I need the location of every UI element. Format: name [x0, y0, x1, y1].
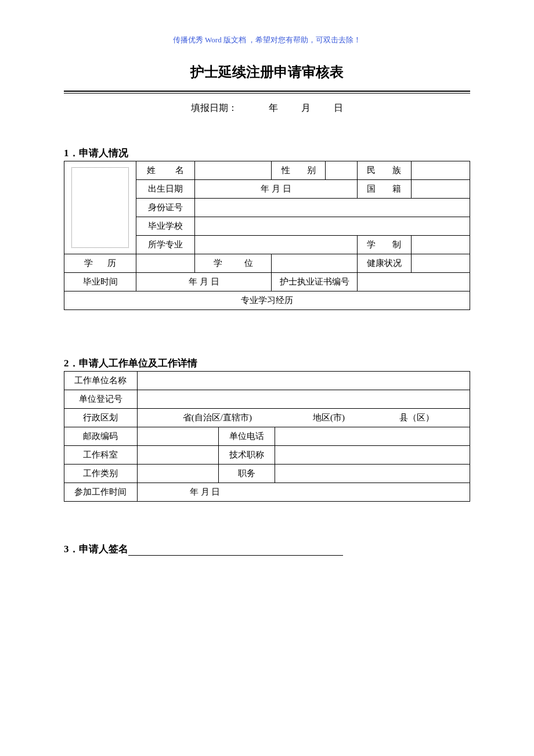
- title-divider: [64, 91, 470, 94]
- page-title: 护士延续注册申请审核表: [64, 63, 470, 81]
- field-education[interactable]: [136, 254, 195, 273]
- label-name: 姓 名: [136, 161, 195, 180]
- label-position: 职务: [218, 465, 275, 483]
- label-birthdate: 出生日期: [136, 180, 195, 199]
- label-degree: 学 位: [195, 254, 272, 273]
- field-study-history[interactable]: 专业学习经历: [64, 291, 470, 310]
- section3: 3．申请人签名: [64, 542, 470, 556]
- day-label: 日: [334, 102, 343, 114]
- label-department: 工作科室: [64, 446, 138, 465]
- section3-heading: 3．申请人签名: [64, 543, 128, 555]
- label-grad-school: 毕业学校: [136, 217, 195, 236]
- field-job-type[interactable]: [137, 465, 218, 483]
- signature-line[interactable]: [128, 555, 343, 556]
- field-major[interactable]: [195, 236, 358, 254]
- photo-cell: [64, 161, 136, 254]
- field-tech-title[interactable]: [275, 446, 470, 465]
- applicant-info-table: 姓 名 性 别 民 族 出生日期 年 月 日 国 籍 身份证号 毕业学校 所学专…: [64, 161, 470, 310]
- label-admin-region: 行政区划: [64, 409, 138, 427]
- label-grad-time: 毕业时间: [64, 273, 136, 291]
- label-study-history: 专业学习经历: [241, 296, 293, 305]
- fill-date-line: 填报日期： 年 月 日: [64, 102, 470, 114]
- label-education: 学 历: [64, 254, 136, 273]
- field-start-work[interactable]: 年 月 日: [137, 483, 470, 502]
- field-org-phone[interactable]: [275, 427, 470, 446]
- label-postcode: 邮政编码: [64, 427, 138, 446]
- field-department[interactable]: [137, 446, 218, 465]
- label-org-reg-no: 单位登记号: [64, 390, 138, 409]
- field-org-name[interactable]: [137, 372, 470, 390]
- label-idno: 身份证号: [136, 199, 195, 217]
- field-health[interactable]: [412, 254, 470, 273]
- field-nationality[interactable]: [412, 180, 470, 199]
- label-tech-title: 技术职称: [218, 446, 275, 465]
- label-org-name: 工作单位名称: [64, 372, 138, 390]
- label-org-phone: 单位电话: [218, 427, 275, 446]
- section2-heading: 2．申请人工作单位及工作详情: [64, 357, 470, 370]
- fill-date-label: 填报日期：: [191, 102, 237, 114]
- section1-heading: 1．申请人情况: [64, 146, 470, 160]
- label-license-no: 护士执业证书编号: [272, 273, 358, 291]
- field-gender[interactable]: [326, 161, 357, 180]
- field-grad-time[interactable]: 年 月 日: [136, 273, 272, 291]
- year-label: 年: [269, 102, 278, 114]
- label-edu-system: 学 制: [357, 236, 411, 254]
- field-position[interactable]: [275, 465, 470, 483]
- label-health: 健康状况: [357, 254, 411, 273]
- field-idno[interactable]: [195, 199, 470, 217]
- field-grad-school[interactable]: [195, 217, 470, 236]
- label-nationality: 国 籍: [357, 180, 411, 199]
- label-ethnicity: 民 族: [357, 161, 411, 180]
- label-major: 所学专业: [136, 236, 195, 254]
- field-admin-region[interactable]: 省(自治区/直辖市) 地区(市) 县（区）: [137, 409, 470, 427]
- field-edu-system[interactable]: [412, 236, 470, 254]
- month-label: 月: [301, 102, 311, 114]
- field-org-reg-no[interactable]: [137, 390, 470, 409]
- field-postcode[interactable]: [137, 427, 218, 446]
- label-job-type: 工作类别: [64, 465, 138, 483]
- field-license-no[interactable]: [357, 273, 470, 291]
- photo-placeholder: [71, 167, 129, 248]
- label-start-work: 参加工作时间: [64, 483, 138, 502]
- field-degree[interactable]: [272, 254, 358, 273]
- field-birthdate[interactable]: 年 月 日: [195, 180, 358, 199]
- field-ethnicity[interactable]: [412, 161, 470, 180]
- field-name[interactable]: [195, 161, 272, 180]
- watermark-text: 传播优秀 Word 版文档 ，希望对您有帮助，可双击去除！: [64, 35, 470, 45]
- label-gender: 性 别: [272, 161, 326, 180]
- work-info-table: 工作单位名称 单位登记号 行政区划 省(自治区/直辖市) 地区(市) 县（区） …: [64, 371, 470, 502]
